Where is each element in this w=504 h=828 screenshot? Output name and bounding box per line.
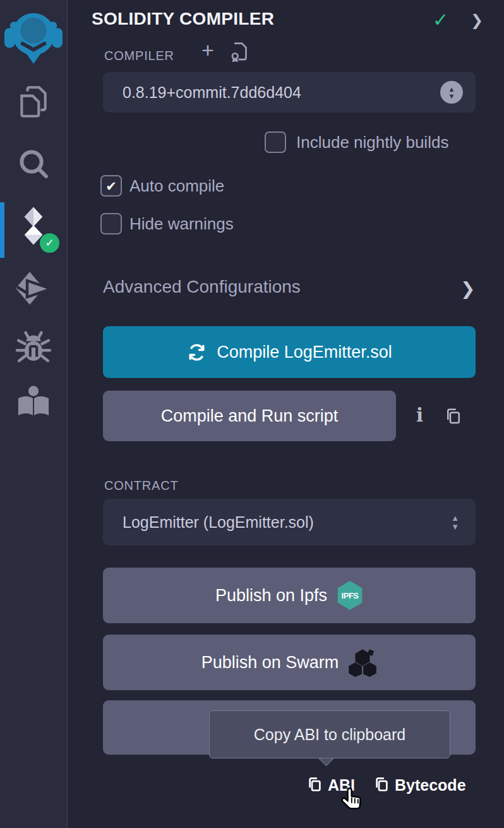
- panel-chevron-right-icon[interactable]: ❯: [471, 11, 483, 29]
- sidebar-item-debugger[interactable]: [0, 326, 67, 367]
- compiler-version-value: 0.8.19+commit.7dd6d404: [103, 83, 440, 102]
- add-custom-compiler-icon[interactable]: +: [201, 40, 214, 59]
- publish-swarm-button[interactable]: Publish on Swarm: [103, 635, 476, 690]
- swarm-logo-icon: [348, 648, 377, 677]
- copy-script-icon[interactable]: [444, 407, 463, 426]
- compile-status-check-icon: ✓: [433, 9, 448, 31]
- sort-up-icon: ▲: [448, 86, 455, 92]
- sidebar-item-solidity-compiler[interactable]: ✓: [0, 204, 67, 258]
- book-reader-icon: [15, 385, 52, 419]
- contract-select[interactable]: LogEmitter (LogEmitter.sol) ▲ ▼: [103, 499, 476, 545]
- compiler-license-file-icon[interactable]: [229, 40, 249, 62]
- badge-check-icon: ✓: [45, 236, 54, 250]
- sidebar-item-documentation[interactable]: [0, 382, 67, 422]
- compile-and-run-button[interactable]: Compile and Run script: [103, 391, 396, 441]
- include-nightly-label: Include nightly builds: [296, 131, 448, 153]
- ipfs-logo-text: IPFS: [342, 591, 359, 600]
- compile-and-run-label: Compile and Run script: [161, 406, 339, 426]
- copy-bytecode-button[interactable]: Bytecode: [395, 776, 466, 795]
- publish-swarm-label: Publish on Swarm: [201, 653, 339, 673]
- auto-compile-check-icon: ✔: [105, 180, 117, 193]
- tooltip-text: Copy ABI to clipboard: [254, 726, 405, 744]
- sort-down-icon: ▼: [448, 93, 455, 99]
- contract-select-value: LogEmitter (LogEmitter.sol): [103, 513, 451, 532]
- advanced-chevron-right-icon: ❯: [460, 278, 475, 299]
- hide-warnings-checkbox[interactable]: [100, 213, 122, 234]
- remix-logo[interactable]: [0, 4, 67, 70]
- contract-section-label: CONTRACT: [104, 478, 179, 493]
- auto-compile-checkbox[interactable]: ✔: [100, 175, 122, 197]
- select-sort-icon: ▲ ▼: [440, 81, 463, 104]
- sidebar-item-deploy-and-run[interactable]: [0, 268, 67, 308]
- copy-abi-icon[interactable]: [306, 776, 323, 793]
- debugger-bug-icon: [15, 328, 52, 365]
- solidity-compiler-panel: SOLIDITY COMPILER ✓ ❯ COMPILER + 0.8.19+…: [68, 0, 504, 828]
- mouse-pointer-cursor: [339, 786, 366, 814]
- refresh-icon: [186, 342, 207, 363]
- remix-logo-icon: [4, 6, 63, 68]
- auto-compile-label: Auto compile: [129, 175, 224, 197]
- arrow-down-icon: ▼: [451, 523, 459, 530]
- panel-title: SOLIDITY COMPILER: [92, 9, 274, 29]
- info-icon[interactable]: i: [416, 405, 423, 426]
- search-icon: [16, 146, 51, 181]
- compile-button-label: Compile LogEmitter.sol: [217, 343, 392, 362]
- ipfs-logo-icon: IPFS: [337, 581, 363, 610]
- compile-success-badge: ✓: [40, 233, 59, 253]
- compiler-section-label: COMPILER: [104, 49, 174, 63]
- deploy-run-icon: [15, 270, 52, 307]
- compile-button[interactable]: Compile LogEmitter.sol: [103, 326, 476, 378]
- copy-bytecode-icon[interactable]: [373, 776, 390, 793]
- arrow-up-icon: ▲: [451, 514, 459, 521]
- include-nightly-checkbox[interactable]: [265, 131, 286, 153]
- contract-select-arrows-icon: ▲ ▼: [451, 514, 459, 530]
- sidebar-item-search[interactable]: [0, 144, 67, 183]
- publish-ipfs-label: Publish on Ipfs: [215, 586, 327, 606]
- hide-warnings-label: Hide warnings: [129, 213, 234, 234]
- advanced-configurations-toggle[interactable]: Advanced Configurations: [103, 277, 301, 297]
- sidebar-item-file-explorer[interactable]: [0, 82, 67, 121]
- copy-abi-tooltip: Copy ABI to clipboard: [209, 710, 450, 758]
- file-explorer-icon: [15, 83, 52, 120]
- remix-ide: ✓: [0, 0, 504, 828]
- publish-ipfs-button[interactable]: Publish on Ipfs IPFS: [103, 568, 476, 623]
- icon-sidebar: ✓: [0, 0, 68, 828]
- compiler-version-select[interactable]: 0.8.19+commit.7dd6d404 ▲ ▼: [103, 72, 476, 113]
